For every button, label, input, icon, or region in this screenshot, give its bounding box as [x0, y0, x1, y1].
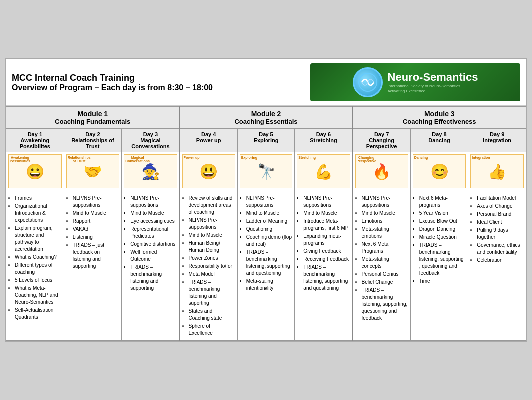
- day8-title: Dancing: [412, 137, 467, 143]
- list-item: Sphere of Excellence: [189, 323, 235, 337]
- page-subtitle: Overview of Program – Each day is from 8…: [12, 83, 310, 92]
- list-item: Cognitive distortions: [130, 241, 176, 248]
- list-item: NLP/NS Pre-suppositions: [362, 195, 408, 209]
- list-item: Governance, ethics and confidentiality: [477, 242, 523, 256]
- image-row: AwakeningPossibilities 😀 Relationshipsof…: [6, 152, 526, 192]
- day7-img-label: ChangingPerspective: [357, 156, 376, 163]
- day6-image-cell: Stretching 💪: [295, 152, 353, 192]
- day6-num: Day 6: [296, 131, 350, 137]
- module-header-row: Module 1 Coaching Fundamentals Module 2 …: [6, 107, 526, 129]
- day9-header: Day 9 Integration: [468, 129, 526, 152]
- day8-img-label: Dancing: [414, 156, 428, 159]
- list-item: What is Meta-Coaching, NLP and Neuro-Sem…: [15, 285, 61, 306]
- day7-content: NLP/NS Pre-suppositions Mind to Muscle E…: [353, 192, 411, 341]
- day5-img-label: Exploring: [241, 156, 257, 159]
- day6-image: Stretching 💪: [297, 154, 350, 188]
- logo-text: Neuro-Semantics International Society of…: [388, 71, 478, 94]
- day9-image: Integration 👍: [470, 154, 524, 188]
- list-item: Human Being/ Human Doing: [189, 240, 235, 254]
- list-item: Time: [419, 278, 466, 285]
- list-item: Excuse Blow Out: [419, 218, 466, 225]
- day2-emoji: 🤝: [83, 163, 102, 180]
- logo-icon: [353, 67, 383, 97]
- list-item: Receiving Feedback: [303, 256, 349, 263]
- day4-list: Review of skills and development areas o…: [183, 195, 235, 337]
- day5-image: Exploring 🔭: [240, 154, 293, 188]
- list-item: Mind to Muscle: [362, 210, 408, 217]
- list-item: TRIADS – benchmarking listening, support…: [303, 264, 349, 292]
- list-item: Well formed Outcome: [130, 249, 176, 263]
- day9-emoji: 👍: [488, 163, 506, 180]
- day8-content: Next 6 Meta-programs 5 Year Vision Excus…: [410, 192, 468, 341]
- day2-image-cell: Relationshipsof Trust 🤝: [64, 152, 122, 192]
- list-item: Eye accessing cues: [130, 218, 176, 225]
- day8-num: Day 8: [412, 131, 467, 137]
- day5-emoji: 🔭: [257, 163, 275, 180]
- day2-image: Relationshipsof Trust 🤝: [66, 154, 120, 188]
- list-item: Responsibility to/for: [189, 263, 235, 270]
- brand-name: Neuro-Semantics: [388, 71, 478, 84]
- day8-image-cell: Dancing 😊: [410, 152, 468, 192]
- module3-sub: Coaching Effectiveness: [355, 118, 524, 125]
- day1-header: Day 1 Awakening Possibilites: [6, 129, 64, 152]
- list-item: VAKAd: [73, 226, 119, 233]
- day5-num: Day 5: [239, 131, 293, 137]
- list-item: Axes of Change: [477, 203, 523, 210]
- list-item: Pulling 9 days together: [477, 227, 523, 241]
- list-item: Questioning: [246, 226, 292, 233]
- day7-header: Day 7 Changing Perspective: [353, 129, 411, 152]
- day4-header: Day 4 Power up: [180, 129, 238, 152]
- day2-title: Relationships of Trust: [66, 137, 120, 149]
- list-item: TRIADS – benchmarking listening, support…: [246, 249, 292, 277]
- list-item: Mind to Muscle: [73, 210, 119, 217]
- day6-emoji: 💪: [314, 163, 333, 180]
- module1-sub: Coaching Fundamentals: [8, 118, 177, 125]
- day7-image-cell: ChangingPerspective 🔥: [353, 152, 411, 192]
- day3-header: Day 3 Magical Conversations: [122, 129, 180, 152]
- day1-title: Awakening Possibilites: [8, 137, 62, 149]
- page-title: MCC Internal Coach Training: [12, 73, 310, 83]
- list-item: Personal Genius: [362, 271, 408, 278]
- list-item: Emotions: [362, 218, 408, 225]
- list-item: Meta-stating concepts: [362, 256, 408, 270]
- list-item: Frames: [15, 195, 61, 202]
- day1-img-label: AwakeningPossibilities: [10, 156, 30, 163]
- list-item: Dragon Dancing: [419, 226, 466, 233]
- list-item: Mind to Muscle: [303, 210, 349, 217]
- list-item: NLP/NS Pre-suppositions: [130, 195, 176, 209]
- list-item: Ladder of Meaning: [246, 218, 292, 225]
- list-item: Meta Model: [189, 271, 235, 278]
- page-header: MCC Internal Coach Training Overview of …: [6, 59, 526, 106]
- list-item: NLP/NS Pre-suppositions: [73, 195, 119, 209]
- module2-header: Module 2 Coaching Essentials: [180, 107, 353, 129]
- day5-image-cell: Exploring 🔭: [237, 152, 295, 192]
- list-item: Personal Brand: [477, 211, 523, 218]
- day1-image-cell: AwakeningPossibilities 😀: [6, 152, 64, 192]
- logo-area: Neuro-Semantics International Society of…: [310, 63, 520, 101]
- module2-sub: Coaching Essentials: [182, 118, 350, 125]
- list-item: Meta-stating emotions: [362, 226, 408, 240]
- day3-emoji: 🧙: [141, 163, 160, 180]
- list-item: TRIADS – benchmarking listening and supo…: [189, 279, 235, 307]
- list-item: Rapport: [73, 218, 119, 225]
- day4-img-label: Power-up: [184, 156, 200, 159]
- day1-image: AwakeningPossibilities 😀: [8, 154, 62, 188]
- day6-content: NLP/NS Pre-suppositions Mind to Muscle I…: [295, 192, 353, 341]
- list-item: Miracle Question: [419, 234, 466, 241]
- list-item: Mind to Muscle: [246, 210, 292, 217]
- list-item: Belief Change: [362, 279, 408, 286]
- day9-title: Integration: [470, 137, 524, 143]
- day9-content: Facilitation Model Axes of Change Person…: [468, 192, 526, 341]
- list-item: Expanding meta-programs: [303, 233, 349, 247]
- day2-list: NLP/NS Pre-suppositions Mind to Muscle R…: [67, 195, 119, 270]
- module1-name: Module 1: [8, 110, 177, 118]
- day3-title: Magical Conversations: [123, 137, 177, 149]
- list-item: Next 6 Meta-programs: [419, 195, 466, 209]
- list-item: Facilitation Model: [477, 195, 523, 202]
- day2-header: Day 2 Relationships of Trust: [64, 129, 122, 152]
- day6-header: Day 6 Stretching: [295, 129, 353, 152]
- day4-image: Power-up 😃: [182, 154, 235, 188]
- day3-content: NLP/NS Pre-suppositions Mind to Muscle E…: [122, 192, 180, 341]
- day7-emoji: 🔥: [372, 163, 391, 180]
- list-item: TRIADS – benchmarking listening, support…: [362, 287, 408, 322]
